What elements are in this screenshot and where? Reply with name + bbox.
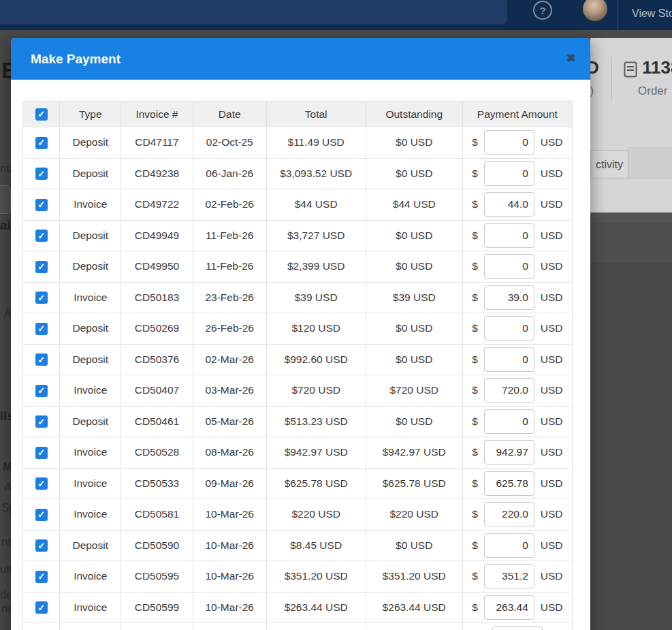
table-row: ✓ Deposit CD50461 05-Mar-26 $513.23 USD …	[23, 406, 573, 437]
payment-cell: $ USD	[462, 251, 572, 283]
payment-amount-input[interactable]	[484, 378, 534, 403]
check-icon: ✓	[37, 603, 45, 612]
invoice-cell: CD49722	[121, 189, 193, 221]
total-cell: $11.49 USD	[266, 127, 366, 159]
row-checkbox[interactable]: ✓	[35, 447, 48, 459]
type-cell: Invoice	[60, 468, 121, 499]
date-cell: 06-Jan-26	[193, 158, 266, 189]
payment-amount-input[interactable]	[484, 595, 534, 620]
row-checkbox[interactable]: ✓	[35, 261, 48, 273]
payment-amount-input[interactable]	[484, 316, 534, 341]
total-cell: $120 USD	[266, 313, 366, 345]
payment-cell: $ USD	[462, 437, 572, 469]
row-checkbox[interactable]: ✓	[35, 601, 48, 614]
user-avatar[interactable]	[583, 0, 607, 21]
check-icon: ✓	[37, 448, 45, 457]
modal-header: Make Payment ✖	[11, 38, 590, 80]
dimmed-text-fragment: ils	[0, 409, 11, 424]
row-checkbox[interactable]: ✓	[35, 323, 48, 335]
dimmed-tab-bar	[627, 147, 672, 178]
dimmed-text-fragment: nt	[1, 535, 11, 549]
row-checkbox[interactable]: ✓	[35, 509, 48, 521]
payment-amount-input[interactable]	[484, 502, 534, 526]
col-header-payment-amount: Payment Amount	[462, 101, 572, 127]
type-cell	[60, 623, 121, 630]
payment-amount-input[interactable]	[484, 533, 534, 558]
row-checkbox[interactable]: ✓	[35, 199, 48, 211]
document-icon	[624, 61, 637, 80]
payment-amount-input[interactable]	[484, 192, 534, 217]
table-row: ✓ Invoice CD49722 02-Feb-26 $44 USD $44 …	[23, 189, 573, 221]
outstanding-cell: $0 USD	[366, 251, 462, 283]
currency-suffix: USD	[541, 415, 563, 428]
date-cell: 10-Mar-26	[193, 530, 266, 561]
currency-prefix: $	[472, 384, 478, 396]
dimmed-text-fragment: nta	[0, 162, 11, 176]
outstanding-cell: $0 USD	[366, 530, 462, 561]
table-row: ✓ Invoice CD50407 03-Mar-26 $720 USD $72…	[23, 375, 573, 407]
type-cell: Invoice	[60, 592, 121, 623]
checkbox-cell: ✓	[23, 344, 60, 375]
check-icon: ✓	[37, 200, 45, 209]
type-cell: Deposit	[60, 344, 121, 375]
outstanding-cell: $0 USD	[366, 127, 462, 159]
checkbox-cell: ✓	[23, 220, 60, 251]
close-icon[interactable]: ✖	[566, 52, 576, 64]
invoice-cell: CD50581	[121, 499, 193, 531]
payment-amount-input[interactable]	[492, 626, 543, 630]
total-cell: $513.23 USD	[266, 406, 366, 437]
payment-amount-input[interactable]	[484, 440, 534, 464]
payment-amount-input[interactable]	[484, 347, 534, 372]
payment-amount-input[interactable]	[484, 564, 534, 588]
currency-prefix: $	[472, 292, 478, 304]
payment-cell: $ USD	[462, 127, 572, 159]
currency-prefix: $	[472, 353, 478, 366]
invoice-cell: CD49950	[121, 251, 193, 283]
date-cell	[193, 623, 266, 630]
help-icon[interactable]: ?	[533, 1, 552, 20]
payment-amount-input[interactable]	[484, 285, 534, 310]
currency-suffix: USD	[541, 508, 563, 520]
view-store-link[interactable]: View Sto	[632, 7, 672, 20]
type-cell: Invoice	[60, 375, 121, 407]
table-row-partial	[23, 623, 573, 630]
tab-activity[interactable]: ctivity	[590, 150, 628, 178]
row-checkbox[interactable]: ✓	[35, 137, 48, 149]
dimmed-button-fragment	[0, 185, 11, 214]
payment-amount-input[interactable]	[484, 223, 534, 248]
currency-suffix: USD	[541, 446, 563, 458]
payment-amount-input[interactable]	[484, 130, 534, 155]
row-checkbox[interactable]: ✓	[35, 385, 48, 397]
total-cell: $3,727 USD	[266, 220, 366, 251]
payment-cell: $ USD	[462, 282, 572, 313]
search-bar[interactable]	[0, 0, 507, 25]
currency-prefix: $	[472, 601, 478, 614]
row-checkbox[interactable]: ✓	[35, 571, 48, 583]
total-cell: $220 USD	[266, 499, 366, 531]
row-checkbox[interactable]: ✓	[35, 230, 48, 242]
checkbox-cell	[23, 623, 60, 630]
row-checkbox[interactable]: ✓	[35, 353, 48, 366]
row-checkbox[interactable]: ✓	[35, 415, 48, 428]
select-all-checkbox[interactable]: ✓	[35, 108, 48, 121]
payment-cell: $ USD	[462, 189, 572, 221]
currency-prefix: $	[472, 168, 478, 180]
row-checkbox[interactable]: ✓	[35, 477, 48, 490]
date-cell: 10-Mar-26	[193, 561, 266, 593]
check-icon: ✓	[37, 418, 45, 426]
payment-amount-input[interactable]	[484, 409, 534, 434]
total-cell: $44 USD	[266, 189, 366, 221]
payment-amount-input[interactable]	[484, 471, 534, 496]
payment-cell: $ USD	[462, 561, 572, 593]
currency-prefix: $	[472, 260, 478, 272]
payment-amount-input[interactable]	[484, 161, 534, 186]
top-navbar: ? View Sto	[0, 0, 672, 30]
row-checkbox[interactable]: ✓	[35, 292, 48, 304]
currency-prefix: $	[472, 508, 478, 520]
table-row: ✓ Invoice CD50595 10-Mar-26 $351.20 USD …	[23, 561, 573, 593]
outstanding-cell: $351.20 USD	[366, 561, 462, 593]
check-icon: ✓	[37, 386, 45, 395]
row-checkbox[interactable]: ✓	[35, 539, 48, 552]
row-checkbox[interactable]: ✓	[35, 168, 48, 180]
payment-amount-input[interactable]	[484, 254, 534, 279]
